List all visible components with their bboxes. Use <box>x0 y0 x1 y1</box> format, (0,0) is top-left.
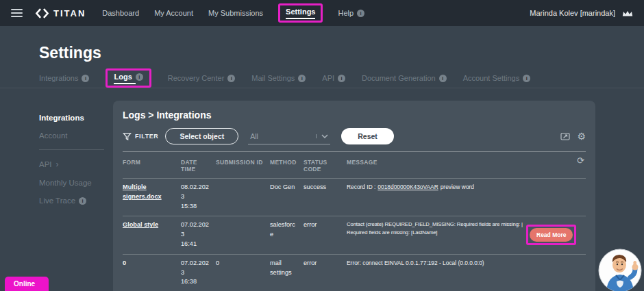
record-id-link[interactable]: 0018d00000K43oVAAR <box>377 184 438 190</box>
online-status-badge[interactable]: Online <box>5 277 49 291</box>
tab-account-settings[interactable]: Account Settingsi <box>463 74 531 82</box>
brand-name: TITAN <box>53 8 86 18</box>
settings-tabs: Integrationsi Logsi Recovery Centeri Mai… <box>39 68 530 88</box>
settings-active-underline <box>286 18 315 19</box>
page-title: Settings <box>39 44 101 62</box>
tab-mail-settings[interactable]: Mail Settingsi <box>251 74 306 82</box>
row-submission-id <box>216 183 270 211</box>
dropdown-selected-value: All <box>250 132 311 140</box>
gear-icon[interactable]: ⚙ <box>577 131 586 141</box>
row-method: salesforce <box>270 220 304 249</box>
row-method: mail settings <box>270 259 304 287</box>
row-status: error <box>304 259 347 287</box>
row-message: Record ID :0018d00000K43oVAARpreview wor… <box>347 183 526 192</box>
info-icon: i <box>136 73 143 81</box>
logs-sidebar: Integrations Account API› Monthly Usage … <box>39 114 108 214</box>
row-submission-id <box>216 220 270 249</box>
row-submission-id: 0 <box>216 259 270 287</box>
logs-panel: Logs > Integrations FILTER Select object… <box>113 101 595 291</box>
tab-api[interactable]: APIi <box>322 74 345 82</box>
chevron-down-icon <box>316 134 328 138</box>
column-header-status-code: STATUS CODE <box>304 159 347 173</box>
column-header-date-time: DATE TIME <box>181 159 216 173</box>
info-icon: i <box>79 197 86 205</box>
row-status: success <box>304 183 347 211</box>
highlight-box-logs: Logsi <box>106 68 151 88</box>
highlight-box-read-more: Read More <box>526 225 576 245</box>
table-row: 0 07.02.2023 16:38 0 mail settings error… <box>123 254 586 291</box>
titan-logo[interactable]: TITAN <box>35 8 86 19</box>
nav-item-dashboard[interactable]: Dashboard <box>102 9 139 17</box>
highlight-box-settings: Settings <box>278 3 323 23</box>
tab-document-generation[interactable]: Document Generationi <box>362 74 447 82</box>
row-date: 08.02.2023 <box>181 183 210 202</box>
select-object-button[interactable]: Select object <box>165 128 238 144</box>
row-date: 07.02.2023 <box>181 259 210 278</box>
table-header: FORM DATE TIME SUBMISSION ID METHOD STAT… <box>123 152 586 178</box>
logs-active-underline <box>114 83 136 84</box>
nav-item-help[interactable]: Helpi <box>338 9 364 18</box>
row-message: Contact (create) REQUIRED_FIELD_MISSING:… <box>347 220 526 236</box>
sidebar-item-integrations[interactable]: Integrations <box>39 114 108 122</box>
column-header-form: FORM <box>123 159 181 173</box>
row-method: Doc Gen <box>270 183 304 211</box>
row-date: 07.02.2023 <box>181 220 210 240</box>
user-name[interactable]: Marinda Kolev [marindak] <box>530 9 615 17</box>
crown-icon <box>622 10 633 17</box>
reset-button[interactable]: Reset <box>341 128 394 144</box>
chevron-right-icon: › <box>56 160 59 169</box>
main-nav: Dashboard My Account My Submissions Sett… <box>102 3 364 23</box>
read-more-button[interactable]: Read More <box>530 228 573 242</box>
info-icon: i <box>338 75 345 82</box>
info-icon: i <box>227 75 235 82</box>
nav-item-my-account[interactable]: My Account <box>154 9 193 17</box>
table-row: Multiple signers.docx 08.02.2023 15:38 D… <box>123 178 586 216</box>
object-filter-dropdown[interactable]: All <box>248 129 330 144</box>
mascot-icon <box>598 249 642 291</box>
form-link[interactable]: Global style <box>123 221 158 228</box>
form-link[interactable]: Multiple signers.docx <box>123 184 162 200</box>
mascot-avatar[interactable] <box>598 249 642 291</box>
row-time: 16:41 <box>181 240 210 249</box>
tab-recovery-center[interactable]: Recovery Centeri <box>168 74 236 82</box>
nav-item-my-submissions[interactable]: My Submissions <box>208 9 263 17</box>
sidebar-item-account[interactable]: Account <box>39 131 108 140</box>
tab-logs[interactable]: Logsi <box>114 73 143 81</box>
info-icon: i <box>298 75 306 82</box>
filter-label: FILTER <box>123 132 158 141</box>
filter-funnel-icon <box>123 132 132 141</box>
row-time: 15:38 <box>181 202 210 212</box>
sidebar-item-live-trace[interactable]: Live Tracei <box>39 197 108 205</box>
titan-diamond-icon <box>35 8 49 19</box>
refresh-icon[interactable]: ⟳ <box>577 156 584 165</box>
sidebar-divider <box>39 149 104 150</box>
panel-title: Logs > Integrations <box>123 101 586 121</box>
tab-integrations[interactable]: Integrationsi <box>39 74 89 82</box>
filter-row: FILTER Select object All Reset ⚙ <box>123 127 586 146</box>
info-icon: i <box>523 75 530 82</box>
top-navbar: TITAN Dashboard My Account My Submission… <box>0 0 644 26</box>
info-icon: i <box>82 75 89 82</box>
info-icon: i <box>357 10 364 17</box>
header-divider <box>0 88 644 88</box>
column-header-message: MESSAGE <box>347 159 586 173</box>
column-header-submission-id: SUBMISSION ID <box>216 159 270 173</box>
row-message: Error: connect EINVAL 0.0.1.77:192 - Loc… <box>347 259 526 268</box>
export-icon[interactable] <box>560 132 570 140</box>
row-status: error <box>304 220 347 249</box>
nav-item-settings[interactable]: Settings <box>286 8 315 16</box>
form-label: 0 <box>123 260 126 266</box>
column-header-method: METHOD <box>270 159 304 173</box>
info-icon: i <box>439 75 447 82</box>
sidebar-item-api[interactable]: API› <box>39 160 108 169</box>
sidebar-item-monthly-usage[interactable]: Monthly Usage <box>39 179 108 187</box>
table-row: Global style 07.02.2023 16:41 salesforce… <box>123 216 586 253</box>
hamburger-menu-icon[interactable] <box>11 9 23 17</box>
row-time: 16:38 <box>181 277 210 287</box>
